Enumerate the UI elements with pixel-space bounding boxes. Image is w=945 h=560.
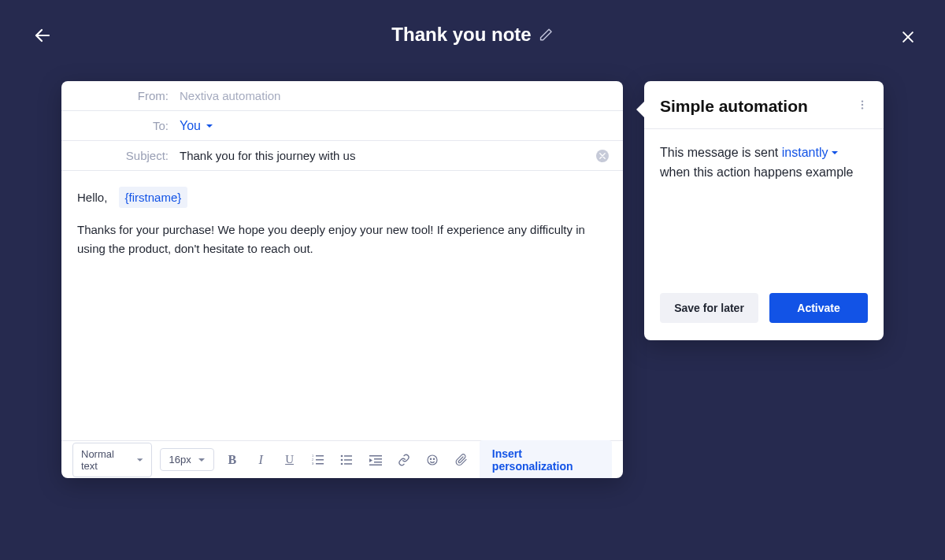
caret-down-icon — [831, 149, 839, 157]
underline-button[interactable]: U — [279, 449, 299, 471]
timing-selector[interactable]: instantly — [782, 143, 839, 163]
svg-point-24 — [862, 107, 863, 109]
body-paragraph: Thanks for your purchase! We hope you de… — [77, 221, 607, 258]
caret-down-icon — [136, 456, 143, 464]
email-body[interactable]: Hello, {firstname} Thanks for your purch… — [61, 171, 623, 440]
svg-rect-16 — [374, 458, 382, 460]
svg-point-23 — [862, 104, 863, 106]
link-button[interactable] — [394, 449, 414, 471]
personalization-token[interactable]: {firstname} — [119, 187, 188, 208]
svg-rect-17 — [374, 462, 382, 463]
from-value: Nextiva automation — [180, 89, 280, 102]
email-composer: From: Nextiva automation To: You Subject… — [61, 81, 623, 478]
greeting-text: Hello, — [77, 191, 107, 204]
insert-personalization-button[interactable]: Insert personalization — [480, 440, 612, 479]
ordered-list-button[interactable]: 123 — [308, 449, 328, 471]
dots-vertical-icon — [857, 99, 868, 110]
panel-menu-button[interactable] — [857, 99, 868, 113]
svg-rect-3 — [316, 455, 324, 457]
panel-body: This message is sent instantly when this… — [644, 129, 884, 279]
page-title: Thank you note — [391, 24, 531, 46]
svg-point-22 — [862, 100, 863, 102]
to-selector[interactable]: You — [180, 119, 213, 133]
caret-down-icon — [198, 456, 206, 464]
save-for-later-button[interactable]: Save for later — [660, 293, 758, 323]
panel-text-after: when this action happens example — [660, 165, 854, 179]
svg-rect-18 — [369, 464, 382, 465]
svg-point-11 — [341, 462, 343, 465]
to-row: To: You — [61, 111, 623, 141]
close-icon — [599, 153, 606, 159]
italic-button[interactable]: I — [250, 449, 271, 471]
to-value: You — [180, 119, 201, 133]
clear-subject-button[interactable] — [596, 150, 609, 162]
svg-rect-14 — [344, 463, 352, 465]
close-button[interactable] — [899, 28, 917, 46]
activate-button[interactable]: Activate — [769, 293, 868, 323]
edit-icon[interactable] — [539, 28, 554, 42]
subject-label: Subject: — [61, 149, 180, 162]
subject-input[interactable]: Thank you for this journey with us — [180, 149, 355, 162]
from-row: From: Nextiva automation — [61, 81, 623, 111]
svg-rect-15 — [369, 455, 382, 457]
from-label: From: — [61, 89, 180, 102]
subject-row: Subject: Thank you for this journey with… — [61, 141, 623, 171]
svg-rect-12 — [344, 455, 352, 457]
editor-toolbar: Normal text 16px B I U 123 Insert person… — [61, 440, 623, 478]
automation-panel: Simple automation This message is sent i… — [644, 81, 884, 340]
unordered-list-button[interactable] — [336, 449, 357, 471]
caret-down-icon — [206, 122, 213, 130]
svg-point-20 — [431, 458, 432, 459]
svg-point-10 — [341, 458, 343, 461]
back-button[interactable] — [32, 24, 54, 46]
svg-point-21 — [434, 458, 435, 459]
text-style-select[interactable]: Normal text — [72, 443, 152, 477]
svg-point-19 — [428, 455, 437, 465]
font-size-select[interactable]: 16px — [160, 448, 213, 471]
to-label: To: — [61, 119, 180, 132]
bold-button[interactable]: B — [222, 449, 243, 471]
emoji-button[interactable] — [422, 449, 443, 471]
panel-text-before: This message is sent — [660, 146, 778, 159]
svg-rect-4 — [316, 459, 324, 461]
panel-title: Simple automation — [660, 97, 808, 116]
attachment-button[interactable] — [450, 449, 471, 471]
svg-rect-5 — [316, 463, 324, 465]
indent-button[interactable] — [365, 449, 385, 471]
svg-rect-13 — [344, 459, 352, 461]
svg-text:3: 3 — [312, 462, 314, 465]
svg-point-9 — [341, 454, 343, 457]
